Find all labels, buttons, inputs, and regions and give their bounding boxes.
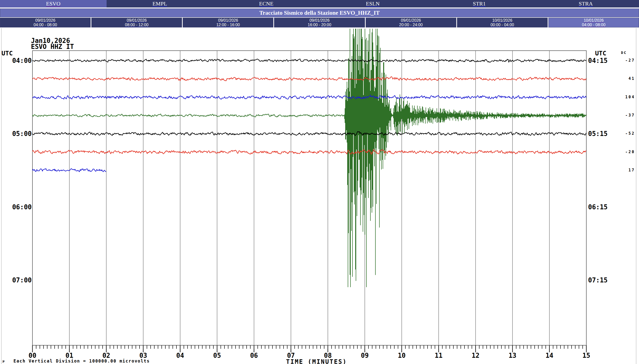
trace-0500-black bbox=[33, 131, 586, 136]
dc-value-row-0: -27 bbox=[614, 58, 635, 62]
scale-footnote: Each Vertical Division = 100000.00 micro… bbox=[14, 358, 150, 364]
date-range-time-3[interactable]: 16:00 - 20:00 bbox=[308, 23, 331, 27]
utc-label-right: UTC bbox=[595, 50, 606, 57]
tab-link-esln[interactable]: ESLN bbox=[366, 0, 380, 7]
station-tab-bar: ESVOEMPLECNEESLNSTR1STRA bbox=[0, 0, 639, 8]
tab-esln[interactable]: ESLN bbox=[320, 0, 426, 8]
date-range-time-6[interactable]: 04:00 - 08:00 bbox=[582, 23, 605, 27]
dc-value-row-1: 41 bbox=[614, 76, 635, 81]
page-title: Tracciato Sismico della Stazione ESVO_HH… bbox=[259, 10, 380, 16]
minute-tick-label-00: 00 bbox=[23, 352, 43, 359]
date-range-0[interactable]: 09/01/202604:00 - 08:00 bbox=[0, 18, 91, 28]
hour-label-left-0600: 06:00 bbox=[0, 203, 32, 211]
tab-ecne[interactable]: ECNE bbox=[213, 0, 320, 8]
date-range-4[interactable]: 09/01/202620:00 - 24:00 bbox=[366, 18, 456, 28]
minute-tick-label-02: 02 bbox=[96, 352, 116, 359]
date-range-date-5[interactable]: 10/01/2026 bbox=[492, 18, 512, 23]
date-range-date-2[interactable]: 09/01/2026 bbox=[218, 18, 238, 23]
hour-label-left-0500: 05:00 bbox=[0, 130, 32, 138]
tab-link-esvo[interactable]: ESVO bbox=[46, 0, 61, 7]
plot-station-label: ESVO HHZ IT bbox=[31, 43, 74, 50]
date-range-date-4[interactable]: 09/01/2026 bbox=[401, 18, 421, 23]
tab-link-empl[interactable]: EMPL bbox=[153, 0, 167, 7]
title-bar: Tracciato Sismico della Stazione ESVO_HH… bbox=[0, 8, 639, 17]
minute-tick-label-07: 07 bbox=[281, 352, 301, 359]
trace-0415-red bbox=[33, 76, 586, 81]
tab-stra[interactable]: STRA bbox=[532, 0, 639, 8]
minute-tick-label-01: 01 bbox=[60, 352, 79, 359]
minute-tick-label-06: 06 bbox=[244, 352, 264, 359]
date-range-6[interactable]: 10/01/202604:00 - 08:00 bbox=[548, 18, 639, 28]
date-range-time-4[interactable]: 20:00 - 24:00 bbox=[399, 23, 423, 27]
tab-str1[interactable]: STR1 bbox=[426, 0, 533, 8]
utc-label-left: UTC bbox=[2, 50, 13, 57]
date-range-time-0[interactable]: 04:00 - 08:00 bbox=[34, 23, 57, 27]
tab-link-ecne[interactable]: ECNE bbox=[259, 0, 273, 7]
hour-label-right-0515: 05:15 bbox=[588, 130, 618, 138]
dc-value-row-4: -52 bbox=[614, 131, 635, 136]
dc-value-row-6: 17 bbox=[614, 168, 635, 172]
seismogram-plot bbox=[0, 0, 639, 364]
date-range-date-6[interactable]: 10/01/2026 bbox=[583, 18, 603, 23]
date-range-time-2[interactable]: 12:00 - 16:00 bbox=[216, 23, 240, 27]
minute-tick-label-09: 09 bbox=[355, 352, 375, 359]
hour-label-left-0700: 07:00 bbox=[0, 276, 32, 284]
minute-tick-label-15: 15 bbox=[576, 352, 596, 359]
trace-0430-blue bbox=[33, 95, 586, 99]
minute-tick-label-12: 12 bbox=[465, 352, 485, 359]
trace-0400-black bbox=[33, 59, 586, 62]
date-range-time-1[interactable]: 08:00 - 12:00 bbox=[125, 23, 149, 27]
minute-tick-label-13: 13 bbox=[502, 352, 522, 359]
tab-link-str1[interactable]: STR1 bbox=[473, 0, 485, 7]
dc-column-header: DC bbox=[621, 51, 627, 55]
date-range-1[interactable]: 09/01/202608:00 - 12:00 bbox=[91, 18, 182, 28]
minute-tick-label-08: 08 bbox=[318, 352, 338, 359]
dc-value-row-2: 104 bbox=[614, 95, 635, 99]
dc-value-row-5: -20 bbox=[614, 150, 635, 154]
minute-tick-label-14: 14 bbox=[539, 352, 559, 359]
minute-tick-label-04: 04 bbox=[170, 352, 190, 359]
plot-grid bbox=[33, 51, 586, 345]
hour-label-right-0615: 06:15 bbox=[588, 203, 618, 211]
trace-0445-green bbox=[33, 29, 586, 287]
mu-mark: µ bbox=[3, 359, 5, 363]
minute-tick-label-03: 03 bbox=[133, 352, 153, 359]
date-range-bar: 09/01/202604:00 - 08:0009/01/202608:00 -… bbox=[0, 18, 639, 28]
minute-tick-label-05: 05 bbox=[207, 352, 227, 359]
tab-esvo[interactable]: ESVO bbox=[0, 0, 107, 8]
date-range-date-1[interactable]: 09/01/2026 bbox=[127, 18, 147, 23]
date-range-5[interactable]: 10/01/202600:00 - 04:00 bbox=[457, 18, 548, 28]
date-range-date-0[interactable]: 09/01/2026 bbox=[36, 18, 56, 23]
seismic-station-page: ESVOEMPLECNEESLNSTR1STRA Tracciato Sismi… bbox=[0, 0, 639, 364]
hour-label-left-0400: 04:00 bbox=[0, 57, 32, 64]
date-range-3[interactable]: 09/01/202616:00 - 20:00 bbox=[274, 18, 365, 28]
date-range-time-5[interactable]: 00:00 - 04:00 bbox=[490, 23, 514, 27]
minute-tick-label-11: 11 bbox=[429, 352, 448, 359]
tab-empl[interactable]: EMPL bbox=[107, 0, 213, 8]
trace-0515-red bbox=[33, 150, 586, 154]
date-range-2[interactable]: 09/01/202612:00 - 16:00 bbox=[183, 18, 273, 28]
date-range-date-3[interactable]: 09/01/2026 bbox=[310, 18, 329, 23]
time-axis-ticks bbox=[33, 345, 586, 352]
minute-tick-label-10: 10 bbox=[392, 352, 412, 359]
hour-label-right-0415: 04:15 bbox=[588, 57, 618, 64]
tab-link-stra[interactable]: STRA bbox=[579, 0, 593, 7]
dc-value-row-3: -37 bbox=[614, 113, 635, 118]
hour-label-right-0715: 07:15 bbox=[588, 276, 618, 284]
